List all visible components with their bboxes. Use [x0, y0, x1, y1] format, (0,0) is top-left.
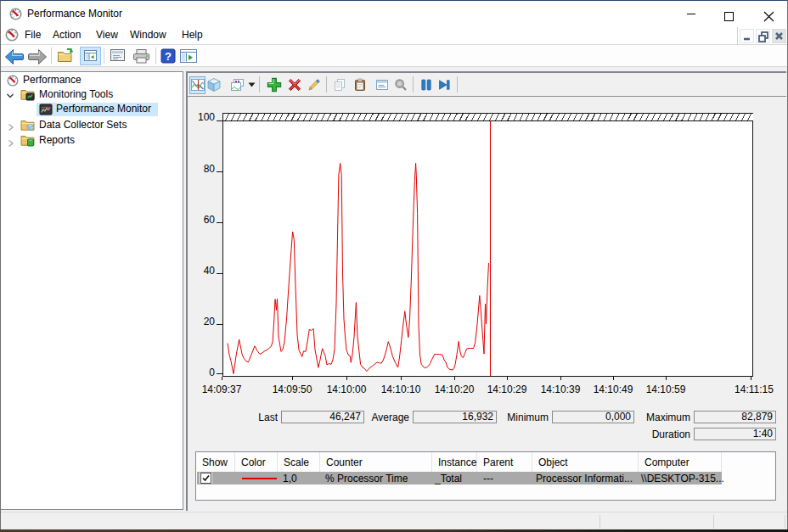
svg-text:?: ?	[165, 50, 172, 63]
